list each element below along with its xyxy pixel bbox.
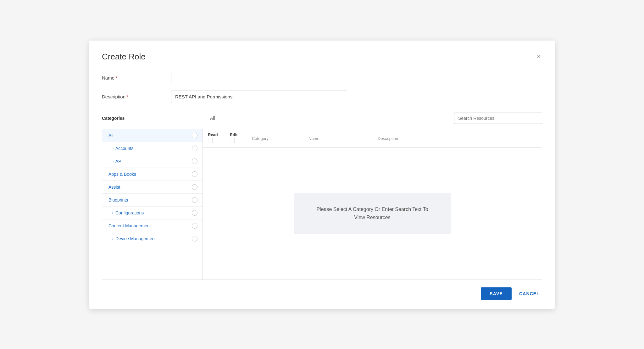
description-required-star: * xyxy=(126,94,128,99)
resources-all-label: All xyxy=(210,116,215,121)
category-label-accounts: › Accounts xyxy=(112,146,134,151)
edit-checkbox-all[interactable] xyxy=(230,138,235,143)
category-label-api: › API xyxy=(112,159,123,164)
description-label: Description* xyxy=(102,94,171,99)
read-checkbox-all[interactable] xyxy=(208,138,213,143)
col-name: Name xyxy=(308,136,378,141)
categories-panel: All › Accounts › API Apps xyxy=(102,129,203,280)
empty-state: Please Select A Category Or Enter Search… xyxy=(294,193,451,234)
category-item-device-management[interactable]: › Device Management xyxy=(102,232,203,245)
save-button[interactable]: SAVE xyxy=(481,287,512,300)
close-button[interactable]: × xyxy=(536,52,542,61)
category-item-blueprints[interactable]: Blueprints xyxy=(102,194,203,207)
resources-body: Please Select A Category Or Enter Search… xyxy=(203,148,542,280)
col-category: Category xyxy=(252,136,308,141)
cancel-button[interactable]: CANCEL xyxy=(517,287,542,300)
category-radio-api[interactable] xyxy=(192,158,197,164)
category-radio-assist[interactable] xyxy=(192,184,197,190)
modal-header: Create Role × xyxy=(102,52,542,62)
category-radio-apps-books[interactable] xyxy=(192,171,197,177)
category-item-assist[interactable]: Assist xyxy=(102,181,203,194)
description-input[interactable] xyxy=(171,91,347,103)
category-radio-all[interactable] xyxy=(192,133,197,138)
main-content-area: All › Accounts › API Apps xyxy=(102,129,542,280)
category-item-apps-books[interactable]: Apps & Books xyxy=(102,168,203,181)
search-resources-input[interactable] xyxy=(454,113,542,124)
category-label-apps-books: Apps & Books xyxy=(108,172,136,177)
category-label-content-management: Content Management xyxy=(108,223,151,228)
category-item-accounts[interactable]: › Accounts xyxy=(102,142,203,155)
category-label-blueprints: Blueprints xyxy=(108,197,128,202)
category-label-configurations: › Configurations xyxy=(112,210,144,215)
resources-table-header: Read Edit Category Name Description xyxy=(203,129,542,148)
categories-header: Categories xyxy=(102,116,203,121)
col-description: Description xyxy=(378,136,537,141)
category-label-all: All xyxy=(108,133,114,138)
modal-footer: SAVE CANCEL xyxy=(102,287,542,300)
category-radio-accounts[interactable] xyxy=(192,146,197,151)
col-read: Read xyxy=(208,132,230,144)
chevron-icon-api: › xyxy=(112,159,114,163)
name-label: Name* xyxy=(102,75,171,80)
category-radio-content-management[interactable] xyxy=(192,223,197,229)
category-item-all[interactable]: All xyxy=(102,129,203,142)
name-field-row: Name* xyxy=(102,72,542,84)
category-radio-device-management[interactable] xyxy=(192,236,197,241)
category-label-device-management: › Device Management xyxy=(112,236,156,241)
chevron-icon-configurations: › xyxy=(112,211,114,215)
chevron-icon-device-management: › xyxy=(112,236,114,241)
category-radio-configurations[interactable] xyxy=(192,210,197,216)
category-radio-blueprints[interactable] xyxy=(192,197,197,203)
modal-title: Create Role xyxy=(102,52,146,62)
create-role-modal: Create Role × Name* Description* Categor… xyxy=(89,41,555,309)
name-input[interactable] xyxy=(171,72,347,84)
category-item-api[interactable]: › API xyxy=(102,155,203,168)
name-required-star: * xyxy=(115,75,117,80)
description-field-row: Description* xyxy=(102,91,542,103)
category-item-content-management[interactable]: Content Management xyxy=(102,219,203,232)
resources-panel: Read Edit Category Name Description xyxy=(203,129,542,280)
category-label-assist: Assist xyxy=(108,185,120,190)
col-edit: Edit xyxy=(230,132,252,144)
content-header: Categories All xyxy=(102,109,542,126)
empty-state-text: Please Select A Category Or Enter Search… xyxy=(313,205,432,221)
category-item-configurations[interactable]: › Configurations xyxy=(102,207,203,219)
categories-label: Categories xyxy=(102,116,125,121)
chevron-icon-accounts: › xyxy=(112,146,114,151)
